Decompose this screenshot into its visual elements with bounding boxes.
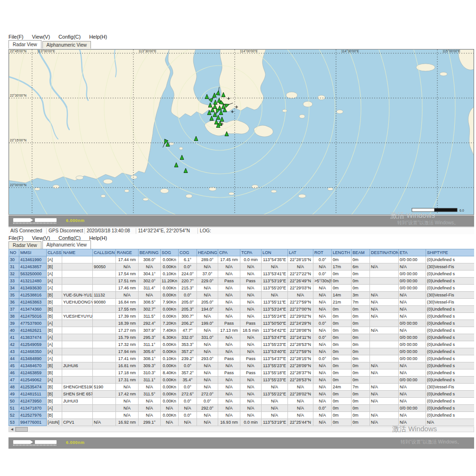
column-header-eta[interactable]: ETA <box>399 249 426 256</box>
horizontal-scrollbar[interactable]: ◀ <box>8 427 474 432</box>
table-cell: 15.79 nm <box>116 334 139 341</box>
table-cell: 0m <box>352 256 370 263</box>
table-cell: N/A <box>313 285 332 292</box>
table-cell: 7.90Kn <box>161 299 179 306</box>
table-cell: N/A <box>370 412 399 419</box>
menu-help[interactable]: Help(H) <box>89 34 107 40</box>
tab-radar-view[interactable]: Radar View <box>8 241 41 249</box>
table-row[interactable]: 49412481511[B]SHEN SHE 657317.42 nm311.5… <box>9 391 475 398</box>
column-header-shiptype[interactable]: SHIPTYPE <box>426 249 475 256</box>
table-row[interactable]: 48412535474[B]SHENGHE51905190N/AN/A0.00K… <box>9 384 475 391</box>
table-cell: (0)Undefined s <box>426 398 475 405</box>
column-header-lon[interactable]: LON <box>262 249 288 256</box>
column-header-destination[interactable]: DESTINATION <box>370 249 399 256</box>
table-row[interactable]: 38412475016[B]YUESHEYUYUN17.39 nm311.5°0… <box>9 313 475 320</box>
table-row[interactable]: 34413493630[A]17.46 nm311.4°0.00Kn215.3°… <box>9 285 475 292</box>
table-cell: N/A <box>288 263 313 271</box>
radar-map[interactable]: 22°45'00"N 22°30'00"N 22°15'00"N 22°00'0… <box>8 49 474 215</box>
scroll-left-icon[interactable]: ◀ <box>9 427 16 432</box>
table-row[interactable]: 52412527976[B]N/AN/A0.00Kn0.0°N/AN/AN/AN… <box>9 412 475 419</box>
column-header-cpa[interactable]: CPA <box>218 249 240 256</box>
column-header-heading[interactable]: HEADING <box>197 249 218 256</box>
range-slider[interactable] <box>13 218 58 224</box>
table-cell: N/A <box>240 263 262 271</box>
menu-config[interactable]: Config(C) <box>58 34 81 40</box>
column-header-callsign[interactable]: CALLSIGN <box>93 249 116 256</box>
column-header-sog[interactable]: SOG <box>161 249 179 256</box>
tab-alphanumeric-view[interactable]: Alphanumeric View <box>42 240 91 249</box>
column-header-class[interactable]: CLASS <box>47 249 62 256</box>
table-cell: N/A <box>399 299 426 306</box>
menu-view[interactable]: View(V) <box>32 34 50 40</box>
column-header-range[interactable]: RANGE <box>116 249 139 256</box>
log-status: LOG: <box>198 228 474 234</box>
table-row[interactable]: 46412463859[B]17.18 nm310.3°8.40Kn357.2°… <box>9 369 475 377</box>
table-row[interactable]: 31412463857[B]90050N/AN/A0.00Kn0.0°N/AN/… <box>9 263 475 271</box>
table-cell <box>62 377 93 384</box>
menu-file[interactable]: File(F) <box>8 34 24 40</box>
table-cell <box>62 263 93 271</box>
table-cell: (0)Undefined s <box>426 412 475 419</box>
table-cell: 994776001 <box>19 419 47 426</box>
table-cell: 22°27'00"N <box>288 306 313 313</box>
table-cell: 413493630 <box>19 285 47 292</box>
table-cell: [A] <box>47 377 62 384</box>
table-cell: 16.84 nm <box>116 299 139 306</box>
table-cell: (0)Undefined s <box>426 377 475 384</box>
position-status: 114°32'24"E, 22°20'54"N <box>136 228 198 234</box>
table-cell: [B] <box>47 313 62 320</box>
range-slider[interactable] <box>13 440 58 446</box>
table-cell: 22°28'37"N <box>288 369 313 377</box>
column-header-tcpa[interactable]: TCPA <box>240 249 262 256</box>
column-header-name[interactable]: NAME <box>62 249 93 256</box>
scrollbar-thumb[interactable] <box>16 427 28 432</box>
table-row[interactable]: 40412462621[B]17.27 nm307.9°7.40Kn47.7°N… <box>9 327 475 334</box>
column-header-lat[interactable]: LAT <box>288 249 313 256</box>
tab-radar-view[interactable]: Radar View <box>8 40 41 49</box>
table-cell: N/A <box>218 412 240 419</box>
table-cell: 22°28'53"N <box>288 377 313 384</box>
menu-file[interactable]: File(F) <box>8 235 24 241</box>
tab-alphanumeric-view[interactable]: Alphanumeric View <box>42 41 91 49</box>
table-row[interactable]: 42412549059[A]17.32 nm311.1°0.00Kn353.3°… <box>9 341 475 348</box>
table-row[interactable]: 45413484670[B]JUHUI616.81 nm309.3°0.00Kn… <box>9 362 475 369</box>
column-header-mmsi[interactable]: MMSI <box>19 249 47 256</box>
table-cell: 17.31 nm <box>116 377 139 384</box>
table-row[interactable]: 41413837474[A]15.79 nm295.3°6.30Kn332.0°… <box>9 334 475 341</box>
table-row[interactable]: 50412473950[B]JUHUI3N/AN/A0.00Kn0.0°0.0°… <box>9 398 475 405</box>
table-cell: N/A <box>262 398 288 405</box>
table-cell: 0/0 00:00 <box>399 285 426 292</box>
table-row[interactable]: 37413474360[B]17.55 nm302.7°0.00Kn205.3°… <box>9 306 475 313</box>
table-cell: 308.1° <box>139 355 161 362</box>
table-cell: 229.0° <box>197 278 218 285</box>
table-row[interactable]: 47412549062[A]17.31 nm311.1°0.00Kn35.4°N… <box>9 377 475 384</box>
table-cell: N/A <box>288 398 313 405</box>
table-cell: 0m <box>352 285 370 292</box>
table-cell: 194.0° <box>197 306 218 313</box>
table-cell: 0.00Kn <box>161 292 179 299</box>
column-header-bearing[interactable]: BEARING <box>139 249 161 256</box>
table-row[interactable]: 32563250000[A]17.54 nm304.1°0.10Kn224.0°… <box>9 271 475 278</box>
table-row[interactable]: 30413461990[A]17.44 nm308.0°0.00Kn6.1°28… <box>9 256 475 263</box>
column-header-rot[interactable]: ROT <box>313 249 332 256</box>
table-cell: 0.00Kn <box>161 285 179 292</box>
column-header-no[interactable]: NO <box>9 249 19 256</box>
table-cell: (0)Undefined s <box>426 405 475 412</box>
table-cell: N/A <box>288 384 313 391</box>
table-row[interactable]: 51413471870[A]N/AN/AN/AN/A292.0°N/AN/AN/… <box>9 405 475 412</box>
table-cell: N/A <box>240 341 262 348</box>
table-row[interactable]: 39477537800[A]18.39 nm292.4°7.20Kn206.2°… <box>9 320 475 327</box>
column-header-cog[interactable]: COG <box>179 249 197 256</box>
table-cell: N/A <box>218 362 240 369</box>
table-row[interactable]: 43412468350[A]17.94 nm305.6°0.00Kn357.2°… <box>9 348 475 355</box>
column-header-beam[interactable]: BEAM <box>352 249 370 256</box>
table-row[interactable]: 36412463863[B]YUEHUDONGYL9008016.84 nm30… <box>9 299 475 306</box>
table-cell: 0m <box>352 405 370 412</box>
table-row[interactable]: 44413484890[A]17.41 nm308.1°0.10Kn239.2°… <box>9 355 475 362</box>
table-row[interactable]: 53994776001[AtoN]CPV1N/A16.92 nm299.1°N/… <box>9 419 475 426</box>
menu-help[interactable]: Help(H) <box>89 235 107 241</box>
table-row[interactable]: 33413212480[A]17.51 nm302.0°11.20Kn220.7… <box>9 278 475 285</box>
table-cell: N/A <box>240 299 262 306</box>
column-header-length[interactable]: LENGTH <box>332 249 352 256</box>
table-row[interactable]: 35412538816[B]YUE-SUN-YU11111132N/AN/A0.… <box>9 292 475 299</box>
